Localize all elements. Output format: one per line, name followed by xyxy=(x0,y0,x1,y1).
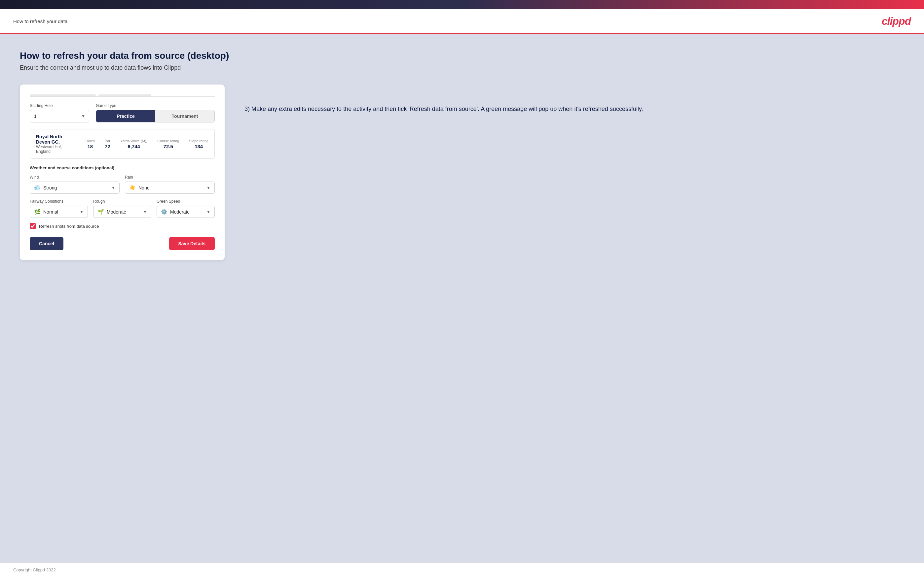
wind-caret-icon: ▼ xyxy=(111,185,115,190)
copyright-text: Copyright Clippd 2022 xyxy=(13,567,56,572)
holes-value: 18 xyxy=(87,143,93,149)
par-value: 72 xyxy=(105,143,110,149)
yards-label: Yards/White (M)) xyxy=(120,139,147,143)
fairway-icon: 🌿 xyxy=(34,209,40,215)
green-speed-label: Green Speed xyxy=(157,199,215,204)
tab-placeholder-2 xyxy=(99,94,151,97)
course-rating-value: 72.5 xyxy=(163,143,173,149)
rain-select[interactable]: ☀️ None ▼ xyxy=(125,182,215,194)
game-type-toggle: Practice Tournament xyxy=(96,110,215,122)
fairway-caret-icon: ▼ xyxy=(80,210,84,214)
top-fields-row: Starting Hole 1 10 ▼ Game Type Practice … xyxy=(30,103,215,122)
game-type-group: Game Type Practice Tournament xyxy=(96,103,215,122)
rain-icon: ☀️ xyxy=(129,185,136,191)
course-name: Royal North Devon GC, xyxy=(36,134,76,145)
tab-placeholder-1 xyxy=(30,94,96,97)
wind-field: Wind 💨 Strong ▼ xyxy=(30,175,120,194)
wind-icon: 💨 xyxy=(34,185,40,191)
refresh-checkbox-row: Refresh shots from data source xyxy=(30,223,215,229)
rain-caret-icon: ▼ xyxy=(207,185,210,190)
main-content: How to refresh your data from source (de… xyxy=(0,34,924,562)
green-speed-select[interactable]: ⚙️ Moderate ▼ xyxy=(157,206,215,218)
top-bar xyxy=(0,0,924,9)
rough-value: Moderate xyxy=(107,209,143,214)
starting-hole-group: Starting Hole 1 10 ▼ xyxy=(30,103,89,122)
course-yards-stat: Yards/White (M)) 6,744 xyxy=(120,139,147,149)
green-speed-value: Moderate xyxy=(170,209,207,214)
slope-rating-stat: Slope rating 134 xyxy=(189,139,208,149)
course-rating-label: Course rating xyxy=(157,139,179,143)
action-row: Cancel Save Details xyxy=(30,237,215,250)
starting-hole-select[interactable]: 1 10 xyxy=(30,110,89,122)
starting-hole-label: Starting Hole xyxy=(30,103,89,108)
course-rating-stat: Course rating 72.5 xyxy=(157,139,179,149)
header: How to refresh your data clippd xyxy=(0,9,924,34)
fairway-select[interactable]: 🌿 Normal ▼ xyxy=(30,206,88,218)
page-subheading: Ensure the correct and most up to date d… xyxy=(20,64,904,71)
breadcrumb: How to refresh your data xyxy=(13,18,68,24)
side-instruction: 3) Make any extra edits necessary to the… xyxy=(244,84,904,114)
refresh-checkbox[interactable] xyxy=(30,223,36,229)
wind-value: Strong xyxy=(43,185,111,190)
fairway-field: Fairway Conditions 🌿 Normal ▼ xyxy=(30,199,88,218)
slope-rating-label: Slope rating xyxy=(189,139,208,143)
page-heading: How to refresh your data from source (de… xyxy=(20,50,904,61)
green-speed-caret-icon: ▼ xyxy=(207,210,210,214)
rough-field: Rough 🌱 Moderate ▼ xyxy=(93,199,151,218)
rain-field: Rain ☀️ None ▼ xyxy=(125,175,215,194)
tournament-toggle-btn[interactable]: Tournament xyxy=(155,110,215,122)
course-location: Westward Ho!, England xyxy=(36,145,76,154)
fairway-label: Fairway Conditions xyxy=(30,199,88,204)
rain-value: None xyxy=(139,185,207,190)
wind-rain-row: Wind 💨 Strong ▼ Rain ☀️ None ▼ xyxy=(30,175,215,194)
yards-value: 6,744 xyxy=(128,143,140,149)
rough-label: Rough xyxy=(93,199,151,204)
fairway-value: Normal xyxy=(43,209,80,214)
rough-caret-icon: ▼ xyxy=(143,210,147,214)
par-label: Par xyxy=(105,139,110,143)
holes-label: Holes xyxy=(86,139,95,143)
rough-icon: 🌱 xyxy=(97,209,104,215)
refresh-checkbox-label: Refresh shots from data source xyxy=(39,224,99,229)
course-name-block: Royal North Devon GC, Westward Ho!, Engl… xyxy=(36,134,76,154)
save-button[interactable]: Save Details xyxy=(169,237,215,250)
content-area: Starting Hole 1 10 ▼ Game Type Practice … xyxy=(20,84,904,260)
rough-select[interactable]: 🌱 Moderate ▼ xyxy=(93,206,151,218)
practice-toggle-btn[interactable]: Practice xyxy=(96,110,155,122)
cancel-button[interactable]: Cancel xyxy=(30,237,63,250)
footer: Copyright Clippd 2022 xyxy=(0,562,924,577)
course-info-box: Royal North Devon GC, Westward Ho!, Engl… xyxy=(30,129,215,159)
wind-select[interactable]: 💨 Strong ▼ xyxy=(30,182,120,194)
green-speed-field: Green Speed ⚙️ Moderate ▼ xyxy=(157,199,215,218)
logo: clippd xyxy=(882,15,911,27)
course-par-stat: Par 72 xyxy=(105,139,110,149)
starting-hole-wrapper: 1 10 ▼ xyxy=(30,110,89,122)
rain-label: Rain xyxy=(125,175,215,180)
fairway-rough-green-row: Fairway Conditions 🌿 Normal ▼ Rough 🌱 Mo… xyxy=(30,199,215,218)
game-type-label: Game Type xyxy=(96,103,215,108)
slope-rating-value: 134 xyxy=(195,143,203,149)
form-card: Starting Hole 1 10 ▼ Game Type Practice … xyxy=(20,84,225,260)
course-holes-stat: Holes 18 xyxy=(86,139,95,149)
wind-label: Wind xyxy=(30,175,120,180)
weather-section-heading: Weather and course conditions (optional) xyxy=(30,165,215,170)
green-speed-icon: ⚙️ xyxy=(161,209,168,215)
